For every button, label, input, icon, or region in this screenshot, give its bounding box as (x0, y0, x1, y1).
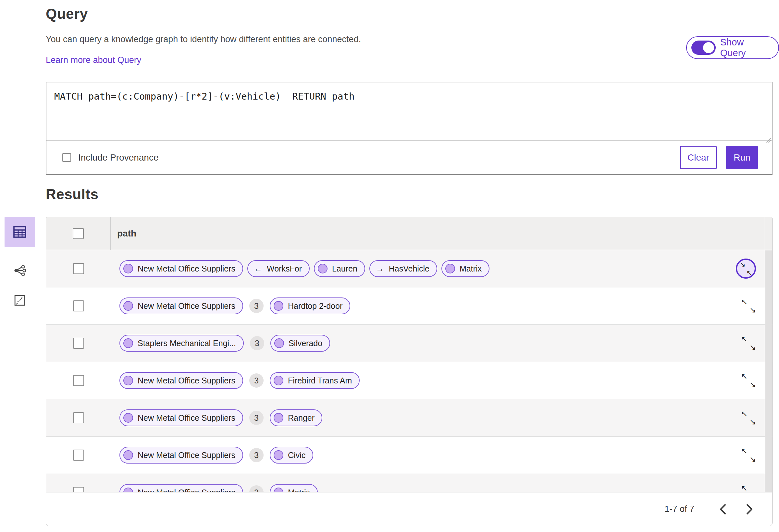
expand-row-button[interactable]: ↖↘ (741, 336, 756, 351)
query-panel: MATCH path=(c:Company)-[r*2]-(v:Vehicle)… (46, 82, 773, 175)
graph-view-button[interactable] (5, 260, 35, 281)
table-header-row: path (46, 217, 772, 250)
query-input[interactable]: MATCH path=(c:Company)-[r*2]-(v:Vehicle)… (46, 82, 772, 140)
node-pill[interactable]: Firebird Trans Am (270, 372, 360, 389)
node-pill[interactable]: New Metal Office Suppliers (119, 409, 243, 426)
relationship-count-badge: 3 (249, 411, 263, 425)
pill-label: Firebird Trans Am (288, 376, 352, 385)
pill-label: New Metal Office Suppliers (138, 413, 235, 423)
map-view-button[interactable] (5, 290, 35, 311)
header-checkbox-cell (46, 217, 111, 250)
node-pill[interactable]: New Metal Office Suppliers (119, 260, 243, 277)
path-cell: New Metal Office Suppliers3Matrix (111, 484, 318, 493)
include-provenance-label: Include Provenance (78, 152, 159, 163)
table-row: New Metal Office Suppliers←WorksForLaure… (46, 250, 772, 287)
relationship-count-badge: 3 (250, 336, 264, 350)
pill-label: New Metal Office Suppliers (138, 451, 235, 460)
include-provenance-checkbox[interactable] (62, 153, 71, 162)
table-row: New Metal Office Suppliers3Matrix↖↘ (46, 474, 772, 493)
node-pill[interactable]: Hardtop 2-door (270, 297, 350, 314)
table-row: New Metal Office Suppliers3Hardtop 2-doo… (46, 287, 772, 325)
relationship-count-badge: 3 (249, 299, 263, 313)
node-pill[interactable]: New Metal Office Suppliers (119, 297, 243, 314)
pill-label: New Metal Office Suppliers (138, 264, 235, 273)
node-pill[interactable]: Civic (270, 447, 313, 464)
pill-label: Matrix (460, 264, 482, 273)
row-checkbox-cell (46, 250, 111, 287)
node-circle-icon (123, 450, 133, 460)
expand-arrows-icon: ↖↘ (741, 448, 756, 463)
node-pill[interactable]: Matrix (441, 260, 489, 277)
chevron-right-icon (746, 504, 753, 515)
row-checkbox[interactable] (73, 338, 84, 349)
expand-arrows-icon: ↖↘ (741, 298, 756, 313)
expand-row-button[interactable]: ↖↘ (741, 410, 756, 425)
run-button[interactable]: Run (726, 146, 758, 169)
pill-label: Lauren (332, 264, 357, 273)
arrow-right-icon: → (376, 264, 384, 274)
table-pagination-footer: 1-7 of 7 (46, 492, 772, 526)
row-checkbox-cell (46, 474, 111, 493)
expand-arrows-icon: ↖↘ (741, 485, 756, 493)
table-view-button[interactable] (5, 217, 35, 247)
query-panel-footer: Include Provenance Clear Run (46, 140, 772, 174)
table-row: New Metal Office Suppliers3Ranger↖↘ (46, 399, 772, 437)
show-query-toggle[interactable]: Show Query (686, 36, 779, 59)
node-circle-icon (274, 450, 283, 460)
expand-row-button[interactable]: ↖↘ (741, 298, 756, 313)
node-pill[interactable]: New Metal Office Suppliers (119, 484, 243, 493)
node-pill[interactable]: Staplers Mechanical Engi... (119, 335, 244, 352)
node-circle-icon (445, 264, 455, 273)
node-circle-icon (274, 301, 283, 311)
pill-label: HasVehicle (389, 264, 429, 273)
scrollbar-track[interactable] (765, 251, 772, 493)
row-checkbox[interactable] (73, 375, 84, 386)
path-cell: Staplers Mechanical Engi...3Silverado (111, 335, 330, 352)
next-page-button[interactable] (740, 500, 759, 519)
node-pill[interactable]: Ranger (270, 409, 322, 426)
results-table: path New Metal Office Suppliers←WorksFor… (46, 217, 773, 526)
learn-more-link[interactable]: Learn more about Query (46, 55, 141, 65)
row-checkbox[interactable] (73, 301, 84, 312)
vertical-scrollbar[interactable] (765, 217, 772, 493)
pagination-range-label: 1-7 of 7 (664, 504, 694, 514)
path-cell: New Metal Office Suppliers3Hardtop 2-doo… (111, 297, 350, 314)
expand-row-button[interactable]: ↖↘ (741, 373, 756, 388)
query-page: Query You can query a knowledge graph to… (0, 0, 779, 532)
row-checkbox[interactable] (73, 450, 84, 461)
node-pill[interactable]: Matrix (270, 484, 318, 493)
node-pill[interactable]: Lauren (314, 260, 365, 277)
path-column-header: path (111, 228, 136, 239)
results-table-body: New Metal Office Suppliers←WorksForLaure… (46, 250, 772, 493)
node-pill[interactable]: New Metal Office Suppliers (119, 447, 243, 464)
results-title: Results (46, 186, 98, 202)
toggle-switch-icon[interactable] (692, 41, 716, 55)
select-all-checkbox[interactable] (73, 228, 84, 239)
arrow-left-icon: ← (254, 264, 262, 274)
path-cell: New Metal Office Suppliers3Civic (111, 447, 313, 464)
show-query-label: Show Query (720, 37, 770, 58)
path-cell: New Metal Office Suppliers3Ranger (111, 409, 322, 426)
node-pill[interactable]: Silverado (271, 335, 330, 352)
clear-button[interactable]: Clear (680, 146, 717, 169)
row-checkbox[interactable] (73, 263, 84, 274)
table-row: New Metal Office Suppliers3Firebird Tran… (46, 362, 772, 399)
row-checkbox[interactable] (73, 412, 84, 423)
collapse-row-button[interactable]: ↘↖ (736, 259, 756, 279)
relationship-count-badge: 3 (249, 374, 263, 388)
expand-row-button[interactable]: ↖↘ (741, 485, 756, 493)
node-circle-icon (123, 376, 133, 385)
node-pill[interactable]: New Metal Office Suppliers (119, 372, 243, 389)
pill-label: Ranger (288, 413, 314, 423)
map-icon (13, 293, 26, 307)
row-checkbox-cell (46, 437, 111, 474)
previous-page-button[interactable] (713, 500, 733, 519)
relationship-pill[interactable]: ←WorksFor (247, 260, 310, 277)
expand-row-button[interactable]: ↖↘ (741, 448, 756, 463)
path-cell: New Metal Office Suppliers3Firebird Tran… (111, 372, 360, 389)
collapse-circle-icon: ↘↖ (736, 259, 756, 279)
relationship-pill[interactable]: →HasVehicle (369, 260, 437, 277)
page-title: Query (46, 6, 88, 22)
node-circle-icon (123, 413, 133, 423)
pill-label: WorksFor (267, 264, 302, 273)
